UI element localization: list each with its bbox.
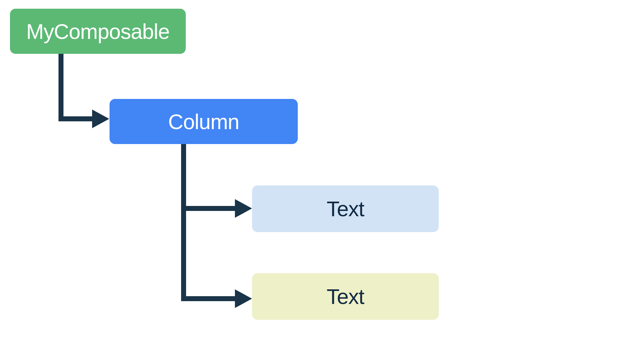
- node-column: Column: [110, 99, 298, 144]
- arrow-head-icon: [235, 289, 252, 308]
- arrow-segment-horizontal: [181, 296, 236, 301]
- arrow-segment-horizontal: [181, 206, 236, 211]
- node-mycomposable-label: MyComposable: [26, 19, 169, 44]
- arrow-head-icon: [92, 110, 109, 128]
- node-text-2-label: Text: [327, 284, 364, 309]
- arrow-segment-vertical: [58, 54, 63, 121]
- node-text-1: Text: [252, 185, 439, 232]
- arrow-segment-vertical: [181, 144, 186, 211]
- node-mycomposable: MyComposable: [10, 9, 186, 54]
- node-text-2: Text: [252, 273, 439, 320]
- arrow-segment-vertical: [181, 211, 186, 301]
- node-text-1-label: Text: [327, 197, 364, 221]
- arrow-segment-horizontal: [58, 116, 93, 121]
- arrow-head-icon: [235, 199, 252, 218]
- node-column-label: Column: [168, 110, 239, 134]
